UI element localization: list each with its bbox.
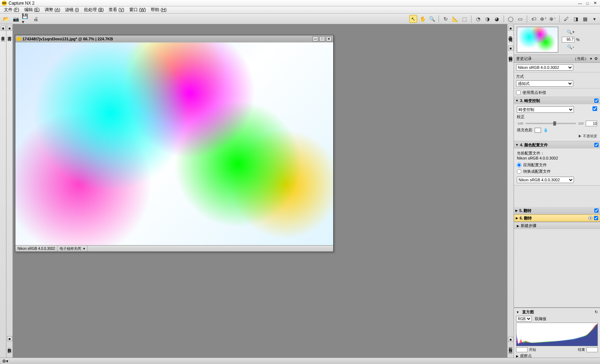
neutral-point-tool[interactable]: ◑ (484, 15, 491, 23)
step-6: ▶ 6. 翻转 ✕ (514, 214, 600, 222)
method-select[interactable]: 感知式 (516, 80, 573, 87)
menu-filter[interactable]: 滤镜 (I) (63, 6, 81, 14)
window-minimize-button[interactable]: — (577, 1, 583, 6)
collapse-icon[interactable]: ▼ (515, 143, 519, 147)
blackpoint-checkbox[interactable]: 使用黑点补偿 (516, 90, 598, 95)
step-3-header[interactable]: ▼ 3. 畸变控制 (514, 97, 600, 104)
menu-view[interactable]: 查看 (V) (106, 6, 126, 14)
expand-icon[interactable]: ▶ (516, 354, 519, 358)
expand-icon[interactable]: ▶ (516, 216, 518, 220)
status-softproof[interactable]: 电子校样关闭 ▾ (58, 246, 88, 252)
step-6-delete-button[interactable]: ✕ (588, 216, 592, 220)
method-label: 方式 (516, 74, 598, 79)
menu-window[interactable]: 窗口 (W) (127, 6, 148, 14)
document-titlebar[interactable]: 174348t7jv1sqrd3eeo131.jpg* @ 66.7% | 22… (15, 35, 333, 42)
hand-tool[interactable]: ✋ (419, 15, 426, 23)
correction-value[interactable] (586, 121, 597, 126)
step-4-enable-check[interactable] (594, 143, 599, 147)
menu-file[interactable]: 文件 (F) (2, 6, 21, 14)
expand-icon[interactable]: ▶ (515, 209, 518, 212)
straighten-tool[interactable]: 📐 (451, 15, 459, 23)
lasso-tool[interactable]: ◯ (507, 15, 515, 23)
step-4-header[interactable]: ▼ 4. 颜色配置文件 (514, 141, 600, 148)
minus-point-tool[interactable]: ⊕⁻ (549, 15, 556, 23)
doc-close-button[interactable]: ✕ (326, 36, 332, 41)
zoom-tool[interactable]: 🔍 (428, 15, 436, 23)
eyedropper-icon[interactable]: 💧 (543, 128, 548, 132)
arrow-tool[interactable]: ↖ (409, 15, 417, 23)
birdeye-thumbnail[interactable] (517, 27, 558, 52)
rotate-tool[interactable]: ↻ (442, 15, 450, 23)
open-button[interactable]: 📂 (2, 15, 10, 23)
histogram-chart[interactable] (516, 323, 598, 346)
refresh-icon[interactable]: ↻ (595, 310, 598, 314)
histogram-title: 直方图 (522, 309, 534, 315)
rail-tab-birdeye[interactable]: 鸟瞰镜头 (508, 33, 513, 36)
plus-point-tool[interactable]: ⊕⁺ (539, 15, 547, 23)
camera-button[interactable]: 📷 (12, 15, 20, 23)
blackpoint-check[interactable] (516, 90, 521, 95)
hist-start-label: 开始 (529, 347, 536, 352)
menu-adjust[interactable]: 调整 (A) (42, 6, 62, 14)
step-3-sub-check[interactable] (592, 106, 597, 111)
rail-tab-browser[interactable]: 浏览器 (7, 33, 12, 35)
rail-collapse-icon[interactable]: ▣ (508, 26, 513, 31)
hist-start-input[interactable] (516, 347, 528, 352)
zoom-in-icon[interactable]: 🔍+ (567, 30, 575, 35)
menu-batch[interactable]: 批处理 (B) (82, 6, 106, 14)
settings-gear-icon[interactable]: ⚙▾ (2, 359, 8, 364)
status-profile[interactable]: Nikon sRGB 4.0.0.3002 (15, 246, 58, 252)
rail-collapse-icon[interactable]: ▣ (508, 46, 513, 51)
collapse-icon[interactable]: ▼ (516, 310, 519, 314)
dual-threshold-label[interactable]: 双阈值 (535, 316, 546, 322)
rail-collapse-icon[interactable]: ▣ (1, 26, 6, 31)
rail-collapse-icon[interactable]: ▣ (508, 337, 513, 342)
save-button[interactable]: 💾▾ (22, 15, 30, 23)
step-3-enable-check[interactable] (594, 98, 599, 103)
convert-profile-radio[interactable]: 转换成配置文件 (517, 169, 597, 174)
dropdown-icon[interactable]: ▾ (590, 56, 592, 61)
print-button[interactable]: 🖨 (32, 15, 40, 23)
hist-end-input[interactable] (586, 347, 598, 352)
correction-slider[interactable] (525, 123, 576, 124)
step-4-profile-select[interactable]: Nikon sRGB 4.0.0.3002 (517, 177, 574, 183)
menu-help[interactable]: 帮助 (H) (149, 6, 169, 14)
rail-collapse-icon[interactable]: ▣ (7, 336, 12, 341)
fill-color-swatch[interactable] (535, 128, 541, 133)
window-maximize-button[interactable]: □ (584, 1, 591, 6)
correction-label: 校正 (517, 115, 525, 119)
apply-profile-radio[interactable]: 应用配置文件 (517, 162, 597, 168)
step-5-enable-check[interactable] (594, 208, 599, 213)
rail-tab-folders[interactable]: 文件夹 (0, 33, 6, 35)
gear-icon[interactable]: ⚙ (594, 56, 598, 61)
document-image[interactable] (15, 42, 333, 245)
white-point-tool[interactable]: ◕ (493, 15, 501, 23)
selection-tool[interactable]: ▭ (516, 15, 524, 23)
rail-tab-photoinfo[interactable]: 照片信息 (508, 344, 513, 347)
tag-tool[interactable]: 🏷 (530, 15, 538, 23)
histogram-channel-select[interactable]: RGB (516, 316, 532, 322)
step-5-header[interactable]: ▶ 5. 翻转 (514, 207, 600, 214)
doc-minimize-button[interactable]: — (312, 36, 318, 41)
black-point-tool[interactable]: ◔ (474, 15, 482, 23)
brush-tool[interactable]: 🖊 (562, 15, 570, 23)
rail-collapse-icon[interactable]: ▣ (7, 26, 12, 31)
step-6-enable-check[interactable] (594, 216, 598, 220)
more-tool[interactable]: ▾ (590, 15, 598, 23)
step-3-type-select[interactable]: 畸变控制 (517, 106, 574, 113)
new-step-button[interactable]: ▶ 新建步骤 (514, 222, 600, 229)
collapse-icon[interactable]: ▼ (515, 99, 519, 102)
opacity-link[interactable]: ▶ 不透明度 (517, 134, 597, 139)
rail-tab-metadata[interactable]: 元数据 (7, 345, 12, 347)
zoom-out-icon[interactable]: 🔍- (567, 45, 574, 50)
rail-tab-editlist[interactable]: 编辑列表 (508, 53, 513, 56)
window-close-button[interactable]: ✕ (592, 1, 598, 6)
step-6-header[interactable]: ▶ 6. 翻转 ✕ (514, 214, 600, 222)
doc-maximize-button[interactable]: □ (319, 36, 325, 41)
gradient-tool[interactable]: ◨ (572, 15, 580, 23)
profile-select[interactable]: Nikon sRGB 4.0.0.3002 (516, 64, 573, 71)
menu-edit[interactable]: 编辑 (E) (22, 6, 42, 14)
crop-tool[interactable]: ⬚ (460, 15, 468, 23)
fill-tool[interactable]: ▦ (581, 15, 589, 23)
zoom-input[interactable] (562, 37, 575, 42)
